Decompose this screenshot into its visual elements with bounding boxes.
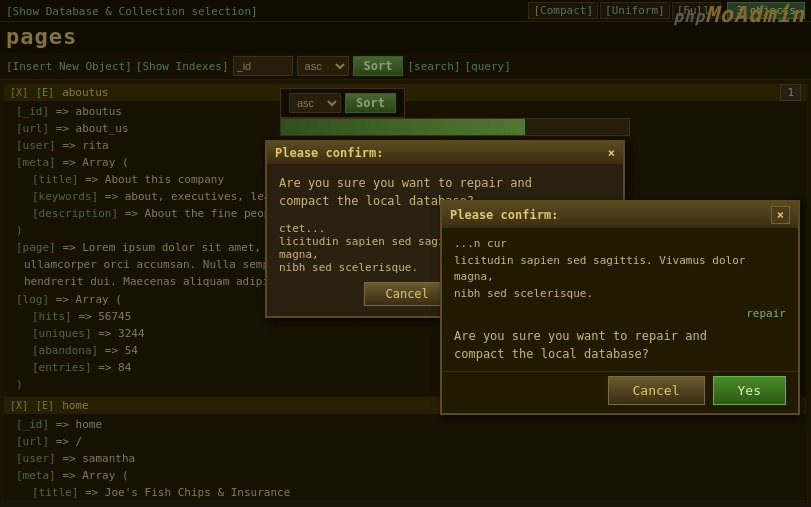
repair-label: repair <box>746 307 786 320</box>
dialog-fg-question: Are you sure you want to repair and comp… <box>454 327 786 363</box>
dialog-foreground: Please confirm: × ...n curlicitudin sapi… <box>440 200 800 415</box>
dialog-fg-footer: Cancel Yes <box>442 371 798 413</box>
dialog-fg-yes-button[interactable]: Yes <box>713 376 786 405</box>
partial-line-repair: ...n curlicitudin sapien sed sagittis. V… <box>454 236 786 302</box>
dialog-bg-titlebar: Please confirm: × <box>267 142 623 164</box>
dialog-fg-message2: compact the local database? <box>454 347 649 361</box>
dialog-fg-body: ...n curlicitudin sapien sed sagittis. V… <box>442 228 798 371</box>
dialog-fg-cancel-button[interactable]: Cancel <box>608 376 705 405</box>
partial-line2: licitudin sapien sed sagittis. Vivamus d… <box>454 254 745 284</box>
dialog-fg-titlebar: Please confirm: × <box>442 202 798 228</box>
dialog-fg-title: Please confirm: <box>450 208 558 222</box>
repair-label-area: repair <box>454 306 786 323</box>
dialog-bg-cancel-button[interactable]: Cancel <box>364 282 449 306</box>
dialog-fg-message1: Are you sure you want to repair and <box>454 329 707 343</box>
dialog-bg-message1: Are you sure you want to repair and <box>279 176 532 190</box>
dialog-bg-title: Please confirm: <box>275 146 383 160</box>
partial-line3: nibh sed scelerisque. <box>454 287 593 300</box>
dialog-fg-close-x[interactable]: × <box>771 206 790 224</box>
dialog-bg-close-x[interactable]: × <box>608 146 615 160</box>
